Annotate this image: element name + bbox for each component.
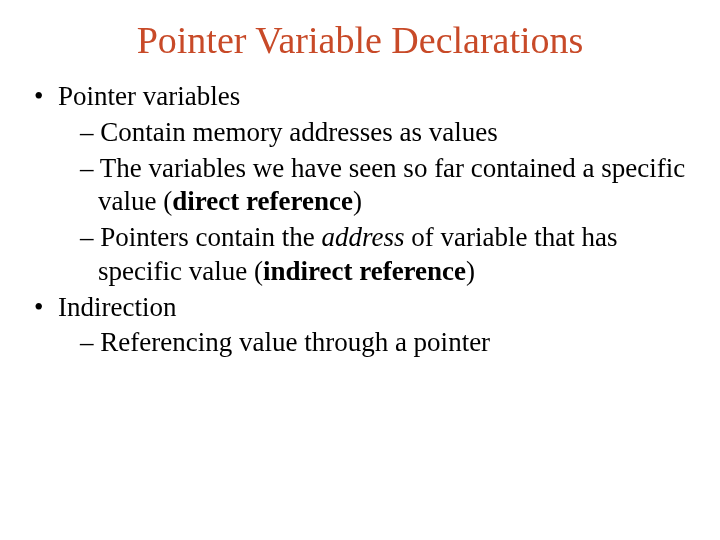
- text-bold: indirect reference: [263, 256, 466, 286]
- dash-icon: –: [80, 327, 100, 357]
- text: Referencing value through a pointer: [100, 327, 490, 357]
- dash-icon: –: [80, 153, 100, 183]
- text: ): [466, 256, 475, 286]
- bullet-1-sub-3: – Pointers contain the address of variab…: [30, 221, 690, 289]
- text-italic: address: [321, 222, 404, 252]
- bullet-2-sub-1: – Referencing value through a pointer: [30, 326, 690, 360]
- dash-icon: –: [80, 117, 100, 147]
- bullet-1-sub-2: – The variables we have seen so far cont…: [30, 152, 690, 220]
- bullet-1-sub-1: – Contain memory addresses as values: [30, 116, 690, 150]
- bullet-1: Pointer variables: [30, 80, 690, 114]
- slide-body: Pointer variables – Contain memory addre…: [30, 80, 690, 360]
- text: ): [353, 186, 362, 216]
- text: Contain memory addresses as values: [100, 117, 497, 147]
- text-bold: direct reference: [172, 186, 353, 216]
- slide: Pointer Variable Declarations Pointer va…: [0, 0, 720, 540]
- dash-icon: –: [80, 222, 100, 252]
- bullet-2: Indirection: [30, 291, 690, 325]
- text: Pointers contain the: [100, 222, 321, 252]
- slide-title: Pointer Variable Declarations: [30, 18, 690, 62]
